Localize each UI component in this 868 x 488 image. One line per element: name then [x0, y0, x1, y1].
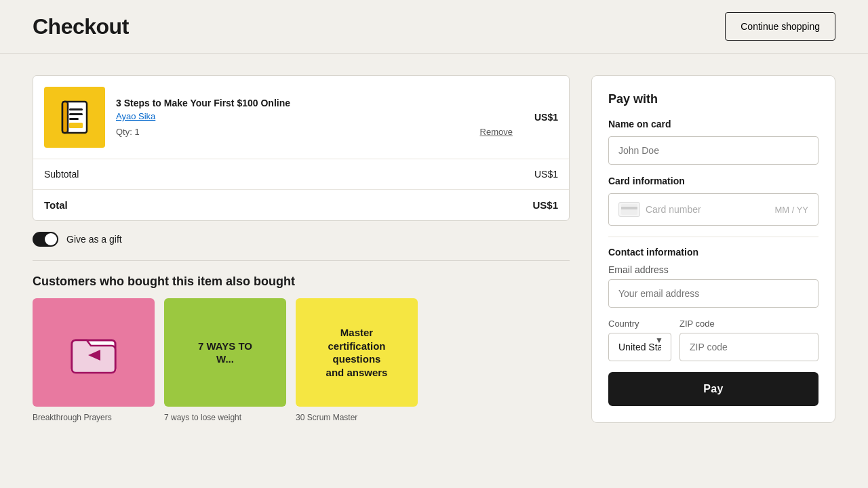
gift-toggle[interactable] — [33, 232, 58, 247]
svg-rect-5 — [69, 123, 83, 128]
remove-link[interactable]: Remove — [480, 127, 513, 137]
toggle-knob — [45, 233, 57, 245]
item-author[interactable]: Ayao Sika — [116, 111, 513, 121]
rec-card-3[interactable]: Mastercertificationquestionsand answers … — [296, 298, 418, 424]
contact-info-label: Contact information — [608, 247, 818, 258]
rec-text-3: Mastercertificationquestionsand answers — [319, 319, 395, 386]
svg-rect-4 — [69, 118, 79, 120]
card-info-group: Card information Card number MM / YY — [608, 176, 818, 226]
recs-title: Customers who bought this item also boug… — [33, 274, 570, 289]
rec-thumbnail-1 — [33, 298, 155, 407]
pay-with-title: Pay with — [608, 92, 818, 106]
main-content: 3 Steps to Make Your First $100 Online A… — [0, 54, 868, 445]
total-label: Total — [44, 199, 68, 211]
item-title: 3 Steps to Make Your First $100 Online — [116, 98, 513, 108]
svg-rect-1 — [62, 102, 68, 133]
expiry-placeholder: MM / YY — [774, 205, 808, 215]
svg-rect-9 — [621, 207, 637, 209]
rec-thumbnail-2: 7 WAYS TOW... — [164, 298, 286, 407]
card-number-field[interactable]: Card number MM / YY — [608, 193, 818, 226]
recs-grid: Breakthrough Prayers 7 WAYS TOW... 7 way… — [33, 298, 570, 424]
subtotal-value: US$1 — [534, 169, 558, 180]
subtotal-row: Subtotal US$1 — [33, 159, 569, 189]
rec-thumbnail-3: Mastercertificationquestionsand answers — [296, 298, 418, 407]
rec-card-2[interactable]: 7 WAYS TOW... 7 ways to lose weight — [164, 298, 286, 424]
zip-label: ZIP code — [679, 319, 818, 329]
rec-title-2: 7 ways to lose weight — [164, 412, 286, 424]
header: Checkout Continue shopping — [0, 0, 868, 54]
svg-rect-3 — [69, 113, 83, 115]
left-panel: 3 Steps to Make Your First $100 Online A… — [33, 75, 570, 424]
rec-title-1: Breakthrough Prayers — [33, 412, 155, 424]
total-value: US$1 — [532, 199, 558, 211]
card-info-label: Card information — [608, 176, 818, 186]
contact-info-group: Contact information Email address — [608, 247, 818, 308]
pay-button[interactable]: Pay — [608, 372, 818, 406]
cart-card: 3 Steps to Make Your First $100 Online A… — [33, 75, 570, 221]
zip-input[interactable] — [679, 333, 818, 361]
rec-title-3: 30 Scrum Master — [296, 412, 418, 424]
section-divider — [608, 237, 818, 237]
rec-photo-2: 7 WAYS TOW... — [164, 298, 286, 407]
item-details: 3 Steps to Make Your First $100 Online A… — [116, 98, 513, 137]
country-select-wrap: Country United States Canada United King… — [608, 319, 671, 361]
svg-rect-2 — [69, 108, 83, 110]
recommendations-section: Customers who bought this item also boug… — [33, 274, 570, 424]
country-zip-row: Country United States Canada United King… — [608, 319, 818, 361]
pay-panel: Pay with Name on card Card information — [591, 75, 835, 423]
item-thumbnail — [44, 87, 105, 148]
rec-card-1[interactable]: Breakthrough Prayers — [33, 298, 155, 424]
right-panel: Pay with Name on card Card information — [591, 75, 835, 424]
cart-item-row: 3 Steps to Make Your First $100 Online A… — [33, 76, 569, 159]
email-input[interactable] — [608, 279, 818, 308]
folder-icon — [66, 325, 121, 380]
subtotal-label: Subtotal — [44, 169, 79, 180]
gift-row: Give as a gift — [33, 221, 570, 252]
card-number-placeholder: Card number — [646, 204, 701, 215]
continue-shopping-button[interactable]: Continue shopping — [725, 12, 835, 41]
item-qty-row: Qty: 1 Remove — [116, 127, 513, 137]
name-on-card-input[interactable] — [608, 136, 818, 165]
country-select[interactable]: United States Canada United Kingdom Aust… — [608, 333, 671, 361]
zip-wrap: ZIP code — [679, 319, 818, 361]
card-brand-icon — [618, 202, 640, 217]
country-label: Country — [608, 319, 671, 329]
item-price: US$1 — [524, 112, 558, 123]
page-title: Checkout — [33, 14, 129, 39]
divider — [33, 260, 570, 261]
item-qty: Qty: 1 — [116, 127, 140, 137]
name-on-card-group: Name on card — [608, 119, 818, 165]
email-label: Email address — [608, 264, 818, 275]
name-on-card-label: Name on card — [608, 119, 818, 129]
card-left: Card number — [618, 202, 701, 217]
gift-label: Give as a gift — [66, 234, 122, 245]
card-lines-icon — [621, 204, 637, 215]
total-row: Total US$1 — [33, 189, 569, 220]
book-icon — [58, 99, 91, 136]
